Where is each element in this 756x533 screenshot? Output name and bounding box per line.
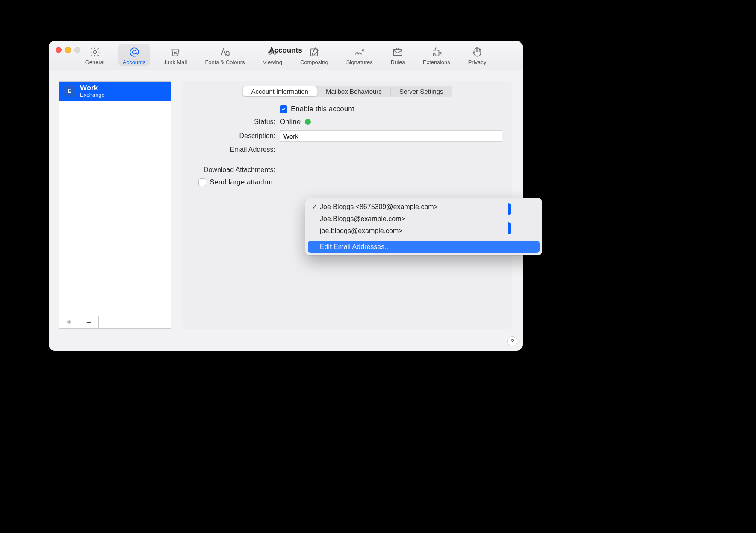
toolbar-label: Accounts — [123, 59, 145, 65]
tab-mailbox-behaviours[interactable]: Mailbox Behaviours — [317, 86, 390, 96]
add-account-button[interactable]: + — [59, 316, 79, 328]
enable-account-checkbox[interactable] — [280, 105, 287, 113]
account-subtitle: Exchange — [80, 92, 105, 98]
toolbar-label: Rules — [391, 59, 405, 65]
email-address-popup-button[interactable] — [508, 203, 511, 215]
toolbar-label: Composing — [300, 59, 328, 65]
edit-email-addresses-label: Edit Email Addresses… — [320, 243, 391, 251]
divider — [192, 160, 502, 160]
email-option-label: joe.bloggs@example.com> — [320, 227, 403, 235]
toolbar-label: Extensions — [423, 59, 450, 65]
email-address-label: Email Address: — [192, 146, 280, 154]
toolbar-label: Junk Mail — [163, 59, 187, 65]
toolbar-label: Fonts & Colours — [205, 59, 245, 65]
toolbar-label: General — [85, 59, 105, 65]
status-indicator-icon — [305, 119, 311, 125]
send-large-attachments-checkbox[interactable] — [198, 178, 206, 186]
preferences-window: General Accounts Junk Mail Fonts & Colou… — [49, 41, 523, 351]
description-label: Description: — [192, 132, 280, 140]
tab-server-settings[interactable]: Server Settings — [390, 86, 452, 96]
description-field[interactable] — [280, 130, 502, 142]
account-list-item[interactable]: E Work Exchange — [59, 82, 171, 101]
accounts-sidebar: E Work Exchange + − — [59, 81, 171, 329]
download-attachments-popup-button[interactable] — [508, 222, 511, 234]
email-option-label: Joe Bloggs <8675309@example.com> — [320, 203, 438, 211]
edit-email-addresses-menu-item[interactable]: Edit Email Addresses… — [308, 241, 540, 253]
status-value: Online — [280, 118, 301, 126]
remove-account-button[interactable]: − — [79, 316, 99, 328]
sidebar-footer-spacer — [99, 316, 171, 328]
exchange-icon: E — [64, 85, 76, 97]
help-button[interactable]: ? — [507, 336, 517, 346]
toolbar-label: Signatures — [346, 59, 373, 65]
toolbar: General Accounts Junk Mail Fonts & Colou… — [49, 41, 523, 70]
email-option[interactable]: joe.bloggs@example.com> — [308, 225, 540, 237]
account-tabs: Account Information Mailbox Behaviours S… — [242, 86, 453, 97]
send-large-attachments-label: Send large attachm — [210, 178, 272, 187]
toolbar-label: Privacy — [468, 59, 487, 65]
checkmark-icon: ✓ — [310, 203, 318, 211]
email-option[interactable]: ✓ Joe Bloggs <8675309@example.com> — [308, 201, 540, 213]
email-option-label: Joe.Bloggs@example.com> — [320, 215, 405, 223]
menu-separator — [309, 239, 539, 239]
enable-account-label: Enable this account — [291, 105, 354, 113]
email-address-dropdown: ✓ Joe Bloggs <8675309@example.com> Joe.B… — [305, 198, 542, 255]
account-name: Work — [80, 84, 105, 92]
window-title: Accounts — [49, 46, 523, 55]
email-option[interactable]: Joe.Bloggs@example.com> — [308, 213, 540, 225]
tab-account-information[interactable]: Account Information — [243, 86, 317, 96]
toolbar-label: Viewing — [263, 59, 282, 65]
question-mark-icon: ? — [511, 338, 514, 345]
download-attachments-label: Download Attachments: — [192, 166, 280, 174]
status-label: Status: — [192, 118, 280, 126]
